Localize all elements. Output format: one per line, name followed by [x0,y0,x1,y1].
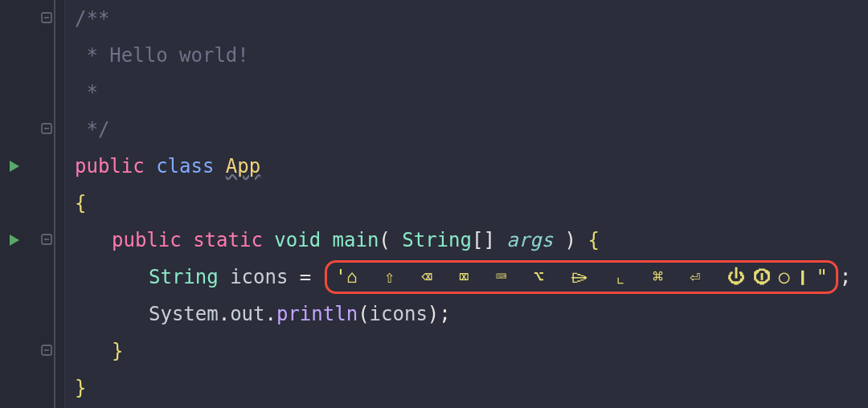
code-line[interactable]: System . out . println ( icons ) ; [75,296,851,333]
call-println: println [276,296,358,333]
equals: = [288,259,322,296]
ref-out: out [230,296,264,333]
gutter [0,0,65,408]
keyword-void: void [274,222,321,259]
code-line[interactable]: String icons = ' ⌂ ⇧ ⌫ ⌧ ⌨ ⌥ ⌲ ⌞ ⌘ ⏎ ⏻⏼◯… [75,259,851,296]
run-method-icon[interactable] [8,234,21,247]
space [391,222,402,259]
paren-close: ) [565,222,576,259]
code-line[interactable]: /** [75,0,851,37]
brace-open: { [588,222,599,259]
run-class-icon[interactable] [8,160,21,173]
code-line[interactable]: * Hello world! [75,37,851,74]
paren-open: ( [379,222,390,259]
semicolon: ; [840,259,851,296]
string-icon-literals: ⌂ ⇧ ⌫ ⌧ ⌨ ⌥ ⌲ ⌞ ⌘ ⏎ ⏻⏼◯❙ [346,259,816,296]
code-line[interactable]: } [75,369,851,406]
svg-marker-5 [10,235,19,246]
code-line[interactable]: * [75,74,851,111]
space [182,222,193,259]
doc-comment: /** [75,0,109,37]
code-line[interactable]: } [75,333,851,369]
space [263,222,274,259]
space [145,148,156,185]
semicolon: ; [439,296,450,333]
ref-system: System [149,296,219,333]
space [321,222,332,259]
keyword-public: public [75,148,145,185]
keyword-class: class [156,148,214,185]
brace-close: } [75,369,86,406]
type-string: String [402,222,472,259]
param-args: args [506,222,553,259]
fold-toggle-icon[interactable] [40,233,55,247]
code-editor[interactable]: /** * Hello world! * */ public class App… [0,0,868,408]
doc-comment: */ [75,111,109,148]
doc-comment: * [75,74,98,111]
fold-toggle-icon[interactable] [40,11,55,26]
space [553,222,564,259]
fold-end-icon [40,122,55,137]
dot: . [219,296,230,333]
code-line[interactable]: public static void main ( String [] args… [75,222,851,259]
code-line[interactable]: */ [75,111,851,148]
doc-comment: * Hello world! [75,37,249,74]
brackets: [] [472,222,495,259]
paren-open: ( [358,296,369,333]
method-main: main [333,222,379,259]
space [576,222,588,259]
dot: . [265,296,276,333]
space [219,259,230,296]
arg-icons: icons [370,296,428,333]
space [495,222,506,259]
svg-marker-4 [10,161,19,172]
fold-end-icon [40,344,55,358]
keyword-public: public [112,222,182,259]
brace-open: { [75,185,86,222]
highlight-annotation: ' ⌂ ⇧ ⌫ ⌧ ⌨ ⌥ ⌲ ⌞ ⌘ ⏎ ⏻⏼◯❙ " [325,260,838,294]
code-line[interactable]: public class App [75,148,851,185]
string-close: " [816,259,827,296]
string-open: ' [335,259,346,296]
brace-close: } [112,333,123,369]
code-line[interactable]: { [75,185,851,222]
code-area[interactable]: /** * Hello world! * */ public class App… [65,0,851,408]
paren-close: ) [428,296,439,333]
var-icons: icons [230,259,288,296]
keyword-static: static [193,222,263,259]
space [214,148,225,185]
class-name: App [226,148,260,185]
type-string: String [149,259,219,296]
